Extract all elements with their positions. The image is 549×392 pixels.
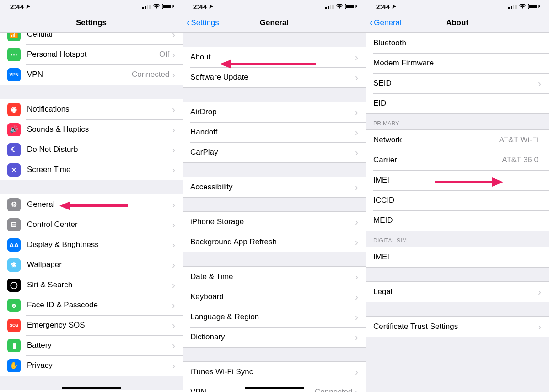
- svg-rect-6: [173, 5, 174, 7]
- about-content[interactable]: BluetoothModem FirmwareSEID›EID Primary …: [366, 33, 549, 392]
- svg-rect-12: [332, 5, 334, 9]
- row-label: Keyboard: [190, 292, 355, 301]
- group-locale: Date & Time›Keyboard›Language & Region›D…: [183, 266, 366, 348]
- wifi-icon: [153, 4, 160, 9]
- screen-time-icon: ⧖: [7, 163, 21, 177]
- chevron-right-icon: ›: [355, 312, 358, 322]
- row-seid[interactable]: SEID›: [366, 73, 549, 93]
- row-label: Dictionary: [190, 333, 355, 342]
- back-button[interactable]: ‹ Settings: [183, 18, 219, 28]
- row-label: Date & Time: [190, 272, 355, 281]
- row-legal[interactable]: Legal›: [366, 282, 549, 302]
- row-value: Connected: [132, 70, 169, 79]
- row-modem-firmware[interactable]: Modem Firmware: [366, 53, 549, 73]
- personal-hotspot-icon: ⋯: [7, 48, 21, 61]
- row-value: Connected: [315, 387, 352, 392]
- siri-search-icon: ◯: [7, 279, 21, 292]
- row-background-app-refresh[interactable]: Background App Refresh›: [183, 232, 366, 252]
- row-emergency-sos[interactable]: SOSEmergency SOS›: [0, 315, 183, 335]
- row-accessibility[interactable]: Accessibility›: [183, 177, 366, 197]
- sounds-haptics-icon: 🔊: [7, 123, 21, 136]
- row-face-id-passcode[interactable]: ☻Face ID & Passcode›: [0, 295, 183, 315]
- row-imei[interactable]: IMEI: [366, 170, 549, 190]
- row-keyboard[interactable]: Keyboard›: [183, 287, 366, 307]
- row-eid[interactable]: EID: [366, 93, 549, 113]
- row-do-not-disturb[interactable]: ☾Do Not Disturb›: [0, 140, 183, 160]
- row-carrier[interactable]: CarrierAT&T 36.0: [366, 150, 549, 170]
- row-label: Privacy: [27, 361, 172, 370]
- page-title: Settings: [0, 18, 183, 27]
- row-siri-search[interactable]: ◯Siri & Search›: [0, 275, 183, 295]
- row-itunes-wifi-sync[interactable]: iTunes Wi-Fi Sync›: [183, 362, 366, 382]
- row-sounds-haptics[interactable]: 🔊Sounds & Haptics›: [0, 119, 183, 140]
- row-screen-time[interactable]: ⧖Screen Time›: [0, 160, 183, 180]
- row-display-brightness[interactable]: AADisplay & Brightness›: [0, 235, 183, 255]
- row-label: Notifications: [27, 105, 172, 114]
- row-label: Control Center: [27, 220, 172, 229]
- row-imei-digital[interactable]: IMEI: [366, 247, 549, 267]
- row-dictionary[interactable]: Dictionary›: [183, 327, 366, 347]
- group-digital-sim: IMEI: [366, 247, 549, 268]
- row-itunes-app-store[interactable]: AiTunes & App Store›: [0, 390, 183, 392]
- group-store: AiTunes & App Store›: [0, 390, 183, 392]
- back-label: General: [374, 18, 401, 27]
- chevron-right-icon: ›: [355, 183, 358, 192]
- row-label: Emergency SOS: [27, 321, 172, 330]
- row-iphone-storage[interactable]: iPhone Storage›: [183, 212, 366, 232]
- row-personal-hotspot[interactable]: ⋯Personal HotspotOff›: [0, 44, 183, 64]
- row-software-update[interactable]: Software Update›: [183, 67, 366, 87]
- back-button[interactable]: ‹ General: [366, 18, 402, 28]
- general-content[interactable]: About›Software Update› AirDrop›Handoff›C…: [183, 33, 366, 392]
- signal-icon: [325, 4, 334, 9]
- status-icons: [508, 4, 540, 9]
- row-control-center[interactable]: ⊟Control Center›: [0, 215, 183, 235]
- chevron-right-icon: ›: [538, 322, 541, 331]
- home-indicator: [245, 387, 304, 389]
- row-label: EID: [373, 99, 541, 108]
- group-network: 📶Cellular›⋯Personal HotspotOff›VPNVPNCon…: [0, 33, 183, 85]
- nav-bar: ‹ General About: [366, 13, 549, 33]
- row-about[interactable]: About›: [183, 47, 366, 67]
- chevron-right-icon: ›: [355, 107, 358, 117]
- battery-icon: [162, 4, 174, 9]
- row-vpn[interactable]: VPNVPNConnected›: [0, 64, 183, 85]
- row-privacy[interactable]: ✋Privacy›: [0, 355, 183, 376]
- group-about: About›Software Update›: [183, 47, 366, 88]
- row-meid[interactable]: MEID: [366, 210, 549, 231]
- row-language-region[interactable]: Language & Region›: [183, 307, 366, 327]
- row-label: IMEI: [373, 176, 541, 185]
- location-icon: ➤: [26, 3, 30, 10]
- group-general: ⚙General›⊟Control Center›AADisplay & Bri…: [0, 194, 183, 376]
- row-label: Cellular: [27, 33, 172, 39]
- group-sharing: AirDrop›Handoff›CarPlay›: [183, 102, 366, 163]
- row-handoff[interactable]: Handoff›: [183, 122, 366, 142]
- row-airdrop[interactable]: AirDrop›: [183, 102, 366, 122]
- row-iccid[interactable]: ICCID: [366, 190, 549, 210]
- row-certificate-trust-settings[interactable]: Certificate Trust Settings›: [366, 317, 549, 337]
- status-bar: 2:44 ➤: [183, 0, 366, 13]
- chevron-right-icon: ›: [172, 321, 175, 330]
- row-label: Personal Hotspot: [27, 50, 159, 59]
- row-network[interactable]: NetworkAT&T Wi-Fi: [366, 130, 549, 150]
- chevron-left-icon: ‹: [187, 18, 190, 28]
- row-value: AT&T 36.0: [502, 156, 538, 165]
- row-label: Display & Brightness: [27, 240, 172, 249]
- row-battery[interactable]: ▮Battery›: [0, 335, 183, 355]
- chevron-right-icon: ›: [172, 50, 175, 59]
- row-bluetooth[interactable]: Bluetooth: [366, 33, 549, 53]
- settings-content[interactable]: 📶Cellular›⋯Personal HotspotOff›VPNVPNCon…: [0, 33, 183, 392]
- row-notifications[interactable]: ◉Notifications›: [0, 99, 183, 119]
- row-label: VPN: [27, 70, 132, 79]
- row-label: CarPlay: [190, 148, 355, 157]
- row-carplay[interactable]: CarPlay›: [183, 142, 366, 162]
- row-date-time[interactable]: Date & Time›: [183, 267, 366, 287]
- group-alerts: ◉Notifications›🔊Sounds & Haptics›☾Do Not…: [0, 99, 183, 180]
- row-cellular[interactable]: 📶Cellular›: [0, 33, 183, 44]
- row-label: Language & Region: [190, 312, 355, 322]
- battery-icon: ▮: [7, 339, 21, 352]
- chevron-right-icon: ›: [172, 105, 175, 114]
- row-wallpaper[interactable]: ❀Wallpaper›: [0, 255, 183, 275]
- row-label: SEID: [373, 79, 538, 88]
- row-general[interactable]: ⚙General›: [0, 194, 183, 215]
- chevron-right-icon: ›: [355, 128, 358, 137]
